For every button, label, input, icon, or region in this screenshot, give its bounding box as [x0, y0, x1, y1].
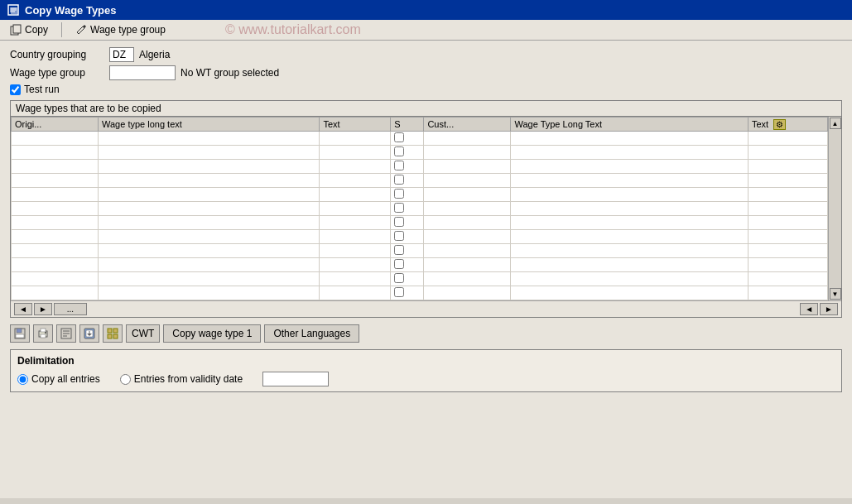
nav-right2-right-btn[interactable]: ►: [820, 303, 838, 315]
toolbar: Copy Wage type group © www.tutorialkart.…: [0, 20, 852, 41]
svg-rect-22: [108, 329, 112, 333]
other-languages-button[interactable]: Other Languages: [264, 324, 359, 343]
row-checkbox[interactable]: [394, 273, 404, 283]
left-nav-arrows: ◄ ► ...: [14, 303, 87, 315]
col-header-orig: Origi...: [12, 118, 99, 132]
wage-types-table: Origi... Wage type long text Text S Cust…: [11, 117, 828, 300]
wage-type-group-value: No WT group selected: [181, 67, 279, 79]
row-checkbox[interactable]: [394, 132, 404, 142]
table-row: [12, 188, 828, 202]
svg-rect-8: [17, 329, 22, 333]
copy-all-radio-item: Copy all entries: [17, 373, 100, 385]
svg-rect-6: [13, 25, 21, 33]
table-row: [12, 230, 828, 244]
svg-rect-23: [113, 329, 118, 333]
copy-all-label: Copy all entries: [31, 373, 100, 385]
edit-icon: [75, 24, 87, 36]
row-checkbox[interactable]: [394, 217, 404, 227]
right-nav-arrows: ◄ ►: [800, 303, 838, 315]
row-checkbox[interactable]: [394, 161, 404, 170]
row-checkbox[interactable]: [394, 189, 404, 199]
delimitation-title: Delimitation: [17, 355, 835, 367]
country-name: Algeria: [139, 49, 170, 60]
toolbar-separator: [61, 22, 62, 37]
table-row: [12, 286, 828, 300]
svg-rect-25: [113, 334, 118, 338]
scroll-down-btn[interactable]: ▼: [830, 288, 841, 300]
validity-label: Entries from validity date: [134, 373, 243, 385]
table-wrapper: Origi... Wage type long text Text S Cust…: [11, 117, 841, 317]
col-header-longtext: Wage type long text: [99, 118, 320, 132]
column-settings-icon[interactable]: ⚙: [773, 119, 786, 130]
wage-type-group-input[interactable]: [109, 65, 176, 80]
action-bar: CWT Copy wage type 1 Other Languages: [10, 324, 842, 343]
table-row: [12, 160, 828, 174]
nav-right-btn[interactable]: ►: [34, 303, 52, 315]
save2-icon: [84, 328, 95, 339]
row-checkbox[interactable]: [394, 146, 404, 156]
wage-type-group-toolbar-btn[interactable]: Wage type group: [72, 23, 169, 36]
find-btn[interactable]: [56, 324, 76, 343]
copy-icon: [10, 24, 22, 36]
row-checkbox[interactable]: [394, 259, 404, 269]
main-content: Country grouping Algeria Wage type group…: [0, 41, 852, 498]
table-section-title: Wage types that are to be copied: [11, 101, 841, 117]
table-row: [12, 202, 828, 216]
table-row: [12, 146, 828, 160]
svg-rect-24: [108, 334, 112, 338]
row-checkbox[interactable]: [394, 287, 404, 297]
table-settings-btn[interactable]: [103, 324, 123, 343]
validity-radio[interactable]: [120, 374, 131, 385]
floppy-icon: [14, 328, 26, 339]
col-header-s: S: [391, 118, 424, 132]
wage-type-group-label: Wage type group: [10, 67, 109, 79]
row-checkbox[interactable]: [394, 175, 404, 185]
copy-toolbar-btn[interactable]: Copy: [7, 23, 51, 36]
col-header-cust: Cust...: [424, 118, 511, 132]
cwt-button[interactable]: CWT: [126, 324, 160, 343]
scroll-up-btn[interactable]: ▲: [830, 118, 841, 129]
nav-left-btn[interactable]: ◄: [14, 303, 32, 315]
table-row: [12, 258, 828, 272]
print-btn[interactable]: [33, 324, 53, 343]
country-grouping-input[interactable]: [109, 47, 134, 62]
svg-point-13: [45, 332, 46, 334]
test-run-checkbox[interactable]: [10, 84, 21, 95]
table-row: [12, 174, 828, 188]
print-icon: [37, 328, 49, 339]
page-title: Copy Wage Types: [25, 4, 117, 17]
test-run-label: Test run: [24, 84, 60, 95]
country-grouping-row: Country grouping Algeria: [10, 47, 842, 62]
table-row: [12, 132, 828, 146]
find-icon: [60, 328, 72, 339]
wage-type-group-row: Wage type group No WT group selected: [10, 65, 842, 80]
nav-right2-left-btn[interactable]: ◄: [800, 303, 818, 315]
nav-scroll-btn[interactable]: ...: [54, 303, 87, 315]
row-checkbox[interactable]: [394, 231, 404, 241]
svg-rect-12: [41, 334, 46, 338]
table-row: [12, 272, 828, 286]
test-run-row: Test run: [10, 84, 842, 95]
row-checkbox[interactable]: [394, 203, 404, 213]
table-settings-icon: [107, 328, 118, 339]
save2-btn[interactable]: [79, 324, 99, 343]
table-row: [12, 244, 828, 258]
svg-rect-11: [41, 329, 46, 332]
validity-radio-item: Entries from validity date: [120, 373, 243, 385]
watermark: © www.tutorialkart.com: [225, 22, 361, 37]
title-bar: Copy Wage Types: [0, 0, 852, 20]
copy-wage-type-button[interactable]: Copy wage type 1: [163, 324, 261, 343]
radio-group: Copy all entries Entries from validity d…: [17, 372, 835, 386]
table-row: [12, 216, 828, 230]
col-header-wt-long: Wage Type Long Text: [511, 118, 748, 132]
title-icon: [7, 3, 20, 17]
save-btn[interactable]: [10, 324, 30, 343]
validity-date-input[interactable]: [262, 372, 329, 386]
table-nav: ◄ ► ... ◄ ►: [11, 300, 841, 317]
country-grouping-label: Country grouping: [10, 49, 109, 60]
row-checkbox[interactable]: [394, 245, 404, 255]
copy-all-radio[interactable]: [17, 374, 28, 385]
col-header-text: Text: [320, 118, 391, 132]
svg-rect-9: [16, 334, 24, 338]
col-header-text2: Text ⚙: [748, 118, 827, 132]
